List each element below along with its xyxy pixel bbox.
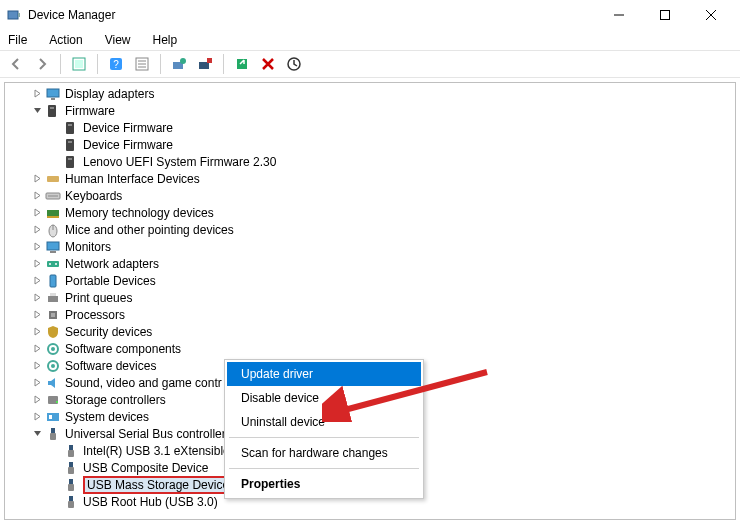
help-button[interactable]: ? [104, 52, 128, 76]
tree-item[interactable]: Portable Devices [5, 272, 735, 289]
tree-item[interactable]: Firmware [5, 102, 735, 119]
chevron-right-icon[interactable] [31, 173, 43, 185]
ctx-update-driver[interactable]: Update driver [227, 362, 421, 386]
uninstall-button[interactable] [193, 52, 217, 76]
svg-rect-17 [207, 58, 212, 63]
menu-file[interactable]: File [4, 31, 31, 49]
tree-item-label: Keyboards [65, 189, 122, 203]
delete-button[interactable] [256, 52, 280, 76]
tree-item-label: Software components [65, 342, 181, 356]
maximize-button[interactable] [642, 0, 688, 30]
chevron-right-icon[interactable] [31, 207, 43, 219]
ctx-disable-device[interactable]: Disable device [227, 386, 421, 410]
tree-item[interactable]: Lenovo UEFI System Firmware 2.30 [5, 153, 735, 170]
firmware-icon [45, 103, 61, 119]
chevron-right-icon[interactable] [31, 343, 43, 355]
chevron-right-icon[interactable] [31, 377, 43, 389]
chevron-right-icon[interactable] [31, 411, 43, 423]
svg-rect-1 [18, 13, 20, 17]
cpu-icon [45, 307, 61, 323]
tree-item[interactable]: Display adapters [5, 85, 735, 102]
keyboard-icon [45, 188, 61, 204]
printer-icon [45, 290, 61, 306]
tree-item[interactable]: Print queues [5, 289, 735, 306]
toolbar-separator [97, 54, 98, 74]
minimize-button[interactable] [596, 0, 642, 30]
chevron-right-icon[interactable] [31, 360, 43, 372]
chevron-down-icon[interactable] [31, 428, 43, 440]
toolbar-separator [160, 54, 161, 74]
tree-item[interactable]: Device Firmware [5, 119, 735, 136]
sound-icon [45, 375, 61, 391]
chevron-right-icon[interactable] [31, 258, 43, 270]
chevron-right-icon[interactable] [31, 309, 43, 321]
tree-item-label: Storage controllers [65, 393, 166, 407]
tree-item-label: USB Composite Device [83, 461, 208, 475]
menu-help[interactable]: Help [149, 31, 182, 49]
svg-text:?: ? [113, 59, 119, 70]
monitor-icon [45, 239, 61, 255]
context-menu: Update driver Disable device Uninstall d… [224, 359, 424, 499]
tree-item-label: Print queues [65, 291, 132, 305]
app-icon [6, 7, 22, 23]
menu-action[interactable]: Action [45, 31, 86, 49]
tree-item-label: Memory technology devices [65, 206, 214, 220]
tree-item-label: Processors [65, 308, 125, 322]
tree-item[interactable]: Processors [5, 306, 735, 323]
chevron-right-icon[interactable] [31, 292, 43, 304]
system-icon [45, 409, 61, 425]
tree-item-label: Software devices [65, 359, 156, 373]
chevron-down-icon[interactable] [31, 105, 43, 117]
tree-item[interactable]: Mice and other pointing devices [5, 221, 735, 238]
usb-icon [63, 477, 79, 493]
ctx-properties[interactable]: Properties [227, 472, 421, 496]
tree-item[interactable]: Software components [5, 340, 735, 357]
tree-item-label: Sound, video and game contr [65, 376, 222, 390]
disable-button[interactable] [230, 52, 254, 76]
tree-item-label: Device Firmware [83, 121, 173, 135]
tree-item[interactable]: Monitors [5, 238, 735, 255]
update-driver-button[interactable] [167, 52, 191, 76]
forward-button[interactable] [30, 52, 54, 76]
usb-icon [63, 443, 79, 459]
usb-icon [63, 494, 79, 510]
tree-item[interactable]: Device Firmware [5, 136, 735, 153]
svg-rect-3 [661, 11, 670, 20]
scan-button[interactable] [282, 52, 306, 76]
portable-icon [45, 273, 61, 289]
close-button[interactable] [688, 0, 734, 30]
tree-item-label: Universal Serial Bus controller [65, 427, 226, 441]
hid-icon [45, 171, 61, 187]
tree-item-label: System devices [65, 410, 149, 424]
tree-item-label: Intel(R) USB 3.1 eXtensible [83, 444, 230, 458]
tree-item-label: Network adapters [65, 257, 159, 271]
toolbar: ? [0, 50, 740, 78]
tree-item[interactable]: Network adapters [5, 255, 735, 272]
tree-item-label: Lenovo UEFI System Firmware 2.30 [83, 155, 276, 169]
chevron-right-icon[interactable] [31, 241, 43, 253]
chevron-right-icon[interactable] [31, 275, 43, 287]
back-button[interactable] [4, 52, 28, 76]
tree-item[interactable]: Security devices [5, 323, 735, 340]
chevron-right-icon[interactable] [31, 224, 43, 236]
properties-button[interactable] [130, 52, 154, 76]
chevron-right-icon[interactable] [31, 88, 43, 100]
mouse-icon [45, 222, 61, 238]
show-hidden-button[interactable] [67, 52, 91, 76]
tree-item[interactable]: Human Interface Devices [5, 170, 735, 187]
chevron-right-icon[interactable] [31, 326, 43, 338]
chevron-right-icon[interactable] [31, 190, 43, 202]
tree-item-label: USB Mass Storage Device [83, 476, 233, 494]
svg-point-15 [180, 58, 186, 64]
tree-item[interactable]: Keyboards [5, 187, 735, 204]
menu-view[interactable]: View [101, 31, 135, 49]
svg-rect-16 [199, 62, 209, 69]
chevron-right-icon[interactable] [31, 394, 43, 406]
ctx-uninstall-device[interactable]: Uninstall device [227, 410, 421, 434]
ctx-scan-hardware[interactable]: Scan for hardware changes [227, 441, 421, 465]
ctx-separator [229, 437, 419, 438]
tree-item[interactable]: Memory technology devices [5, 204, 735, 221]
svg-rect-0 [8, 11, 18, 19]
titlebar: Device Manager [0, 0, 740, 30]
software-icon [45, 358, 61, 374]
